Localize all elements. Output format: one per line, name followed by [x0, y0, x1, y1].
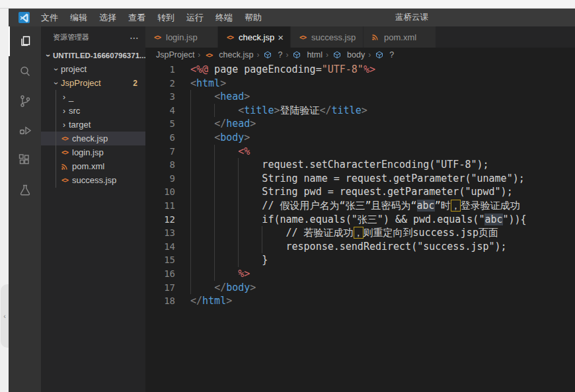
breadcrumb-item-4[interactable]: body	[332, 50, 365, 59]
line-number[interactable]: 16	[145, 267, 175, 281]
line-content[interactable]: String name = request.getParameter("unam…	[190, 172, 525, 186]
token-text	[190, 132, 214, 143]
activity-explorer[interactable]	[9, 26, 41, 56]
line-number[interactable]: 17	[145, 281, 175, 295]
tree-item-target[interactable]: ›target	[41, 118, 145, 132]
code-line-7[interactable]: 7 <%	[145, 145, 575, 159]
token-red: <%	[238, 145, 250, 157]
line-number[interactable]: 1	[145, 63, 175, 77]
menu-item-6[interactable]: 终端	[210, 9, 239, 26]
menu-item-7[interactable]: 帮助	[239, 9, 268, 26]
line-number[interactable]: 5	[145, 117, 175, 131]
line-content[interactable]: %>	[190, 267, 250, 281]
tree-item-label: JspProject	[61, 78, 101, 88]
line-number[interactable]: 12	[145, 213, 175, 227]
line-content[interactable]: // 假设用户名为“张三”且密码为“abc”时，登录验证成功	[190, 199, 520, 213]
breadcrumb-item-5[interactable]: ?	[374, 50, 394, 59]
code-line-10[interactable]: 10 String pwd = request.getParameter("up…	[145, 185, 575, 199]
code-line-9[interactable]: 9 String name = request.getParameter("un…	[145, 172, 575, 186]
line-content[interactable]: <%@ page pageEncoding="UTF-8"%>	[190, 63, 375, 77]
token-tag: html	[202, 295, 226, 307]
tree-item-check-jsp[interactable]: <>check.jsp	[41, 132, 145, 145]
token-text: ")){	[503, 214, 527, 225]
line-content[interactable]: </body>	[190, 281, 256, 295]
menu-item-4[interactable]: 转到	[151, 9, 180, 26]
line-content[interactable]: }	[190, 253, 268, 267]
breadcrumb-item-1[interactable]: <>check.jsp	[204, 50, 253, 59]
line-content[interactable]: </html>	[190, 294, 232, 308]
code-line-6[interactable]: 6 <body>	[145, 131, 575, 145]
code-line-16[interactable]: 16 %>	[145, 267, 575, 281]
tree-item-untitled-16660796371-[interactable]: ›UNTITLED-16660796371...	[41, 48, 145, 62]
activity-source-control[interactable]	[9, 86, 41, 116]
code-line-8[interactable]: 8 request.setCharacterEncoding("UTF-8");	[145, 158, 575, 172]
tree-item-success-jsp[interactable]: <>success.jsp	[41, 173, 145, 187]
line-content[interactable]: if(name.equals("张三") && pwd.equals("abc"…	[190, 213, 527, 227]
code-line-12[interactable]: 12 if(name.equals("张三") && pwd.equals("a…	[145, 213, 575, 227]
line-number[interactable]: 9	[145, 172, 175, 186]
tree-item-project[interactable]: ›project	[41, 62, 145, 76]
line-number[interactable]: 15	[145, 253, 175, 267]
tab-pom-xml[interactable]: pom.xml	[364, 26, 436, 48]
line-content[interactable]: <head>	[190, 90, 250, 104]
code-line-2[interactable]: 2<html>	[145, 77, 575, 91]
line-number[interactable]: 11	[145, 199, 175, 213]
breadcrumb-label: ?	[278, 50, 282, 59]
more-actions-icon[interactable]: ⋯	[130, 32, 139, 43]
tab-login-jsp[interactable]: <>login.jsp	[145, 26, 218, 48]
code-line-14[interactable]: 14 response.sendRedirect("success.jsp");	[145, 240, 575, 254]
line-number[interactable]: 7	[145, 145, 175, 159]
menu-item-1[interactable]: 编辑	[64, 9, 93, 26]
activity-extensions[interactable]	[9, 145, 41, 175]
tree-item-pom-xml[interactable]: pom.xml	[41, 159, 145, 173]
close-icon[interactable]: ×	[278, 32, 284, 42]
menu-item-2[interactable]: 选择	[93, 9, 122, 26]
line-number[interactable]: 3	[145, 90, 175, 104]
tree-item--[interactable]: ›_	[41, 90, 145, 104]
code-line-11[interactable]: 11 // 假设用户名为“张三”且密码为“abc”时，登录验证成功	[145, 199, 575, 213]
activity-testing[interactable]	[9, 175, 41, 205]
code-line-1[interactable]: 1<%@ page pageEncoding="UTF-8"%>	[145, 63, 575, 77]
chevron-right-icon: ›	[59, 93, 69, 102]
line-number[interactable]: 13	[145, 226, 175, 240]
code-line-18[interactable]: 18</html>	[145, 294, 575, 308]
token-punct: >	[250, 282, 256, 294]
panel-collapse-handle[interactable]: ‹	[1, 284, 9, 348]
code-line-17[interactable]: 17 </body>	[145, 281, 575, 295]
line-content[interactable]: <html>	[190, 77, 226, 91]
menu-item-5[interactable]: 运行	[180, 9, 210, 26]
code-line-5[interactable]: 5 </head>	[145, 117, 575, 131]
line-number[interactable]: 4	[145, 104, 175, 118]
code-line-3[interactable]: 3 <head>	[145, 90, 575, 104]
line-content[interactable]: <%	[190, 145, 250, 159]
line-content[interactable]: <body>	[190, 131, 250, 145]
line-content[interactable]: // 若验证成功，则重定向到success.jsp页面	[190, 226, 498, 240]
code-line-4[interactable]: 4 <title>登陆验证</title>	[145, 104, 575, 118]
line-number[interactable]: 18	[145, 294, 175, 308]
tree-item-src[interactable]: ›src	[41, 104, 145, 118]
line-number[interactable]: 8	[145, 158, 175, 172]
activity-run-debug[interactable]	[9, 116, 41, 145]
line-content[interactable]: <title>登陆验证</title>	[190, 104, 367, 118]
menu-item-0[interactable]: 文件	[35, 9, 64, 26]
tree-item-label: target	[69, 120, 91, 130]
line-content[interactable]: </head>	[190, 117, 256, 131]
line-content[interactable]: request.setCharacterEncoding("UTF-8");	[190, 158, 489, 172]
breadcrumb-item-3[interactable]: html	[291, 50, 323, 59]
line-number[interactable]: 10	[145, 185, 175, 199]
code-editor[interactable]: 1<%@ page pageEncoding="UTF-8"%>2<html>3…	[145, 62, 575, 392]
line-number[interactable]: 14	[145, 240, 175, 254]
tree-item-login-jsp[interactable]: <>login.jsp	[41, 145, 145, 159]
tree-item-jspproject[interactable]: ›JspProject2	[41, 76, 145, 90]
tab-success-jsp[interactable]: <>success.jsp	[291, 26, 364, 48]
code-line-15[interactable]: 15 }	[145, 253, 575, 267]
menu-item-3[interactable]: 查看	[122, 9, 151, 26]
breadcrumb-item-2[interactable]: ?	[262, 50, 282, 59]
tab-check-jsp[interactable]: <>check.jsp×	[218, 26, 291, 48]
code-line-13[interactable]: 13 // 若验证成功，则重定向到success.jsp页面	[145, 226, 575, 240]
token-punct: >	[250, 118, 256, 130]
breadcrumb-item-0[interactable]: JspProject	[156, 50, 194, 59]
activity-search[interactable]	[9, 56, 41, 86]
line-number[interactable]: 2	[145, 77, 175, 91]
line-number[interactable]: 6	[145, 131, 175, 145]
